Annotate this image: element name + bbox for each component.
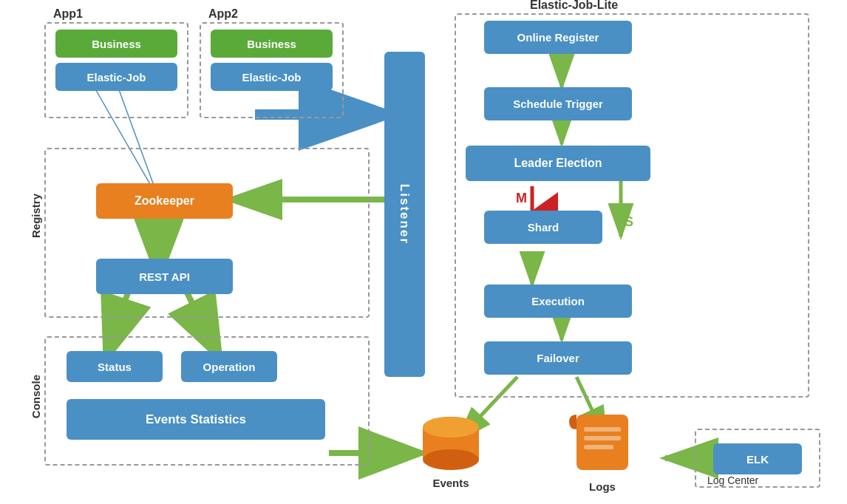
- zookeeper-btn: Zookeeper: [96, 183, 233, 219]
- elk-btn: ELK: [713, 443, 802, 474]
- leader-election-btn: Leader Election: [466, 146, 650, 181]
- execution-btn: Execution: [484, 285, 632, 318]
- ejl-box: Elastic-Job-Lite: [455, 13, 809, 398]
- svg-rect-26: [576, 415, 628, 470]
- failover-btn: Failover: [484, 341, 632, 375]
- online-register-btn: Online Register: [484, 21, 632, 54]
- svg-rect-28: [584, 436, 621, 440]
- console-label: Console: [30, 375, 42, 418]
- rest-api-btn: REST API: [96, 259, 233, 294]
- svg-point-24: [423, 449, 479, 470]
- events-statistics-btn: Events Statistics: [67, 399, 325, 440]
- status-btn: Status: [67, 351, 163, 382]
- operation-btn: Operation: [181, 351, 277, 382]
- logs-scroll: [569, 411, 636, 480]
- schedule-trigger-btn: Schedule Trigger: [484, 87, 632, 120]
- diagram-container: App1 App2 Elastic-Job-Lite Registry Cons…: [0, 0, 847, 504]
- svg-rect-27: [584, 427, 621, 432]
- business2-btn: Business: [211, 30, 333, 58]
- app2-label: App2: [208, 7, 238, 21]
- logs-label: Logs: [569, 480, 636, 493]
- ejl-label: Elastic-Job-Lite: [530, 0, 618, 12]
- events-label: Events: [418, 477, 484, 489]
- business1-btn: Business: [55, 30, 177, 58]
- svg-point-25: [423, 417, 479, 437]
- logcenter-label: Log Center: [707, 474, 758, 486]
- elastic-job2-btn: Elastic-Job: [211, 63, 333, 91]
- app1-label: App1: [53, 7, 83, 21]
- s-label: S: [625, 214, 633, 230]
- shard-btn: Shard: [484, 211, 602, 244]
- svg-rect-29: [584, 445, 613, 449]
- m-label: M: [516, 191, 527, 206]
- listener-btn: Listener: [384, 52, 425, 377]
- elastic-job1-btn: Elastic-Job: [55, 63, 177, 91]
- registry-label: Registry: [30, 194, 42, 238]
- events-cylinder: [418, 414, 484, 473]
